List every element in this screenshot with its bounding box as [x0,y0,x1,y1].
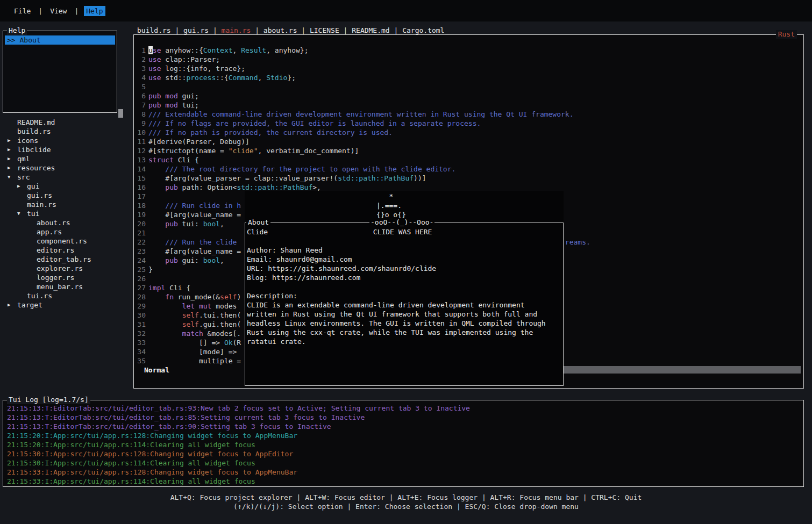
code-text: #[derive(Parser, Debug)] [148,137,250,146]
line-number: 1 [135,46,146,55]
editor-tab-build.rs[interactable]: build.rs [137,26,171,34]
code-text: /// Run clide in h [148,201,241,210]
explorer-item-gui[interactable]: ▶gui [3,182,126,191]
line-number: 20 [135,219,146,228]
explorer-item-libclide[interactable]: ▶libclide [3,145,126,154]
line-number: 8 [135,110,146,119]
tab-separator: | [251,26,263,34]
code-text: /// If no flags are provided, the GUI ed… [148,119,481,128]
line-number: 21 [135,228,146,238]
explorer-item-label: logger.rs [37,273,74,282]
line-number: 16 [135,183,146,192]
code-text: use anyhow::{Context, Result, anyhow}; [148,46,308,55]
code-text: pub gui: bool, [148,256,224,265]
explorer-item-tui[interactable]: ▼tui [3,209,126,218]
explorer-item-menu_bar.rs[interactable]: menu_bar.rs [3,282,126,291]
chevron-down-icon[interactable]: ▼ [8,173,17,182]
help-menu-item-about[interactable]: >> About [5,35,115,45]
chevron-right-icon[interactable]: ▶ [8,300,17,310]
text-cursor: u [148,46,153,54]
explorer-item-resources[interactable]: ▶resources [3,163,126,173]
menu-help[interactable]: Help [84,6,105,16]
log-entry: 21:15:33:I:App:src/tui/app.rs:114:Cleari… [7,477,800,486]
no-icon [8,127,17,136]
chevron-right-icon[interactable]: ▶ [17,182,27,191]
line-number: 3 [135,64,146,73]
explorer-item-README.md[interactable]: README.md [3,118,126,127]
code-line: 13struct Cli { [135,155,802,164]
menu-bar: File | View | Help [0,0,812,21]
explorer-item-logger.rs[interactable]: logger.rs [3,273,126,282]
explorer-item-label: tui [27,209,39,218]
help-panel-title: Help [7,26,27,35]
code-text: /// If no path is provided, the current … [148,128,393,137]
explorer-scrollbar-thumb[interactable] [118,109,123,118]
chevron-right-icon[interactable]: ▶ [8,145,17,154]
editor-tab-LICENSE[interactable]: LICENSE [310,26,339,34]
explorer-item-gui.rs[interactable]: gui.rs [3,191,126,200]
line-number: 32 [135,329,146,338]
line-number: 28 [135,292,146,302]
log-entry: 21:15:30:I:App:src/tui/app.rs:114:Cleari… [7,458,800,468]
about-dialog-title: About [246,218,270,227]
log-entries[interactable]: 21:15:13:T:EditorTab:src/tui/editor_tab.… [3,400,803,489]
code-line: 10/// If no path is provided, the curren… [135,128,802,137]
explorer-item-build.rs[interactable]: build.rs [3,127,126,136]
line-number: 35 [135,356,146,365]
code-line: 3use log::{info, trace}; [135,64,802,73]
explorer-item-label: libclide [17,145,51,154]
line-number: 24 [135,256,146,265]
explorer-item-component.rs[interactable]: component.rs [3,236,126,246]
explorer-item-tui.rs[interactable]: tui.rs [3,291,126,300]
code-text: fn run_mode(&self) [148,292,241,302]
explorer-item-editor.rs[interactable]: editor.rs [3,246,126,255]
line-number: 26 [135,274,146,283]
explorer-item-icons[interactable]: ▶icons [3,136,126,145]
explorer-item-editor_tab.rs[interactable]: editor_tab.rs [3,255,126,264]
line-number: 29 [135,302,146,311]
explorer-item-src[interactable]: ▼src [3,173,126,182]
editor-tab-about.rs[interactable]: about.rs [263,26,297,34]
code-text: [mode] => [148,347,241,356]
line-number: 15 [135,174,146,183]
code-text: use log::{info, trace}; [148,64,245,73]
editor-tab-main.rs[interactable]: main.rs [222,26,251,34]
editor-tab-Cargo.toml[interactable]: Cargo.toml [402,26,444,34]
chevron-right-icon[interactable]: ▶ [8,136,17,145]
explorer-item-main.rs[interactable]: main.rs [3,200,126,209]
log-panel: Tui Log [log=1.7/s] 21:15:13:T:EditorTab… [3,400,804,487]
chevron-right-icon[interactable]: ▶ [8,163,17,173]
menu-view[interactable]: View [48,6,69,16]
line-number: 19 [135,210,146,219]
keybinding-help-line2: (↑/k)/(↓/j): Select option | Enter: Choo… [0,502,812,511]
explorer-item-qml[interactable]: ▶qml [3,154,126,163]
explorer-item-label: build.rs [17,127,51,136]
chevron-right-icon[interactable]: ▶ [8,154,17,163]
editor-tab-gui.rs[interactable]: gui.rs [183,26,209,34]
menu-file[interactable]: File [12,6,33,16]
line-number: 25 [135,265,146,274]
explorer-item-target[interactable]: ▶target [3,300,126,310]
explorer-item-label: editor_tab.rs [37,255,91,264]
explorer-item-label: component.rs [37,236,87,246]
line-number: 22 [135,238,146,247]
line-number: 12 [135,146,146,155]
log-panel-title: Tui Log [log=1.7/s] [7,396,90,404]
explorer-item-label: app.rs [37,227,62,236]
explorer-item-about.rs[interactable]: about.rs [3,218,126,227]
explorer-item-label: target [17,300,42,310]
line-number: 5 [135,82,146,91]
code-line: 5 [135,82,802,91]
chevron-down-icon[interactable]: ▼ [17,209,27,218]
log-entry: 21:15:20:I:App:src/tui/app.rs:128:Changi… [7,431,800,440]
code-line: 6pub mod gui; [135,91,802,101]
code-text: impl Cli { [148,283,190,292]
explorer-item-explorer.rs[interactable]: explorer.rs [3,264,126,273]
no-icon [27,255,37,264]
code-line: 12#[structopt(name = "clide", verbatim_d… [135,146,802,155]
line-number: 4 [135,73,146,82]
explorer-item-app.rs[interactable]: app.rs [3,227,126,236]
log-entry: 21:15:13:T:EditorTab:src/tui/editor_tab.… [7,404,800,413]
line-number: 33 [135,338,146,347]
editor-tab-README.md[interactable]: README.md [352,26,389,34]
